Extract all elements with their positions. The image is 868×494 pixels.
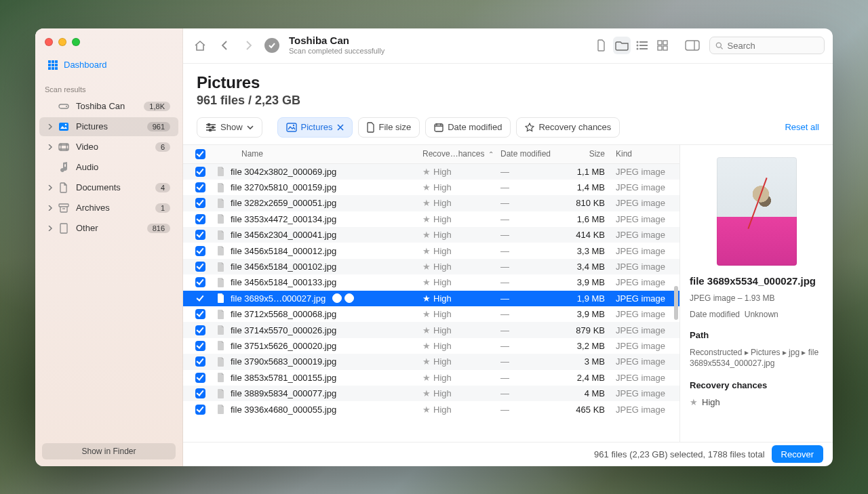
sidebar-item-label: Pictures — [76, 121, 108, 131]
toggle-inspector-button[interactable] — [682, 37, 703, 54]
reset-filters-link[interactable]: Reset all — [785, 122, 819, 132]
row-checkbox[interactable] — [190, 246, 210, 256]
filter-pictures[interactable]: Pictures — [277, 117, 353, 138]
row-name: file 3353x4472_000134.jpg — [210, 213, 417, 224]
filter-date-modified[interactable]: Date modified — [425, 117, 511, 138]
row-checkbox[interactable] — [190, 309, 210, 319]
svg-rect-15 — [60, 224, 67, 233]
sidebar-item-label: Other — [76, 223, 98, 233]
row-recovery: ★High — [417, 405, 495, 415]
zoom-window-button[interactable] — [72, 38, 80, 46]
row-checkbox[interactable] — [190, 167, 210, 177]
sidebar-item-audio[interactable]: Audio — [39, 158, 178, 177]
col-kind[interactable]: Kind — [610, 149, 679, 159]
table-row[interactable]: file 3456x2304_000041.jpg★High—414 KBJPE… — [183, 227, 679, 243]
row-kind: JPEG image — [610, 277, 679, 287]
filter-file-size-label: File size — [379, 122, 412, 132]
file-icon — [216, 340, 226, 351]
view-list-icon[interactable] — [633, 37, 651, 54]
row-name: file 3712x5568_000068.jpg — [210, 309, 417, 320]
row-name: file 3689x5…000027.jpg — [210, 293, 417, 304]
back-button[interactable] — [216, 37, 233, 54]
svg-rect-26 — [686, 41, 699, 50]
row-recovery: ★High — [417, 262, 495, 272]
close-window-button[interactable] — [45, 38, 53, 46]
row-checkbox[interactable] — [190, 325, 210, 335]
sidebar-item-archives[interactable]: Archives 1 — [39, 199, 178, 218]
col-name[interactable]: Name — [210, 149, 417, 159]
home-button[interactable] — [191, 37, 209, 54]
sidebar-item-badge: 1 — [155, 203, 170, 213]
sidebar-item-pictures[interactable]: Pictures 961 — [39, 117, 178, 136]
row-checkbox[interactable] — [190, 388, 210, 398]
row-checkbox[interactable] — [190, 262, 210, 272]
show-in-finder-button[interactable]: Show in Finder — [42, 443, 176, 459]
filter-recovery[interactable]: Recovery chances — [516, 117, 620, 138]
sidebar-item-drive[interactable]: Toshiba Can 1,8K — [39, 97, 178, 116]
col-size[interactable]: Size — [563, 149, 610, 159]
search-field[interactable] — [709, 37, 825, 54]
row-checkbox[interactable] — [190, 405, 210, 415]
table-row[interactable]: file 3353x4472_000134.jpg★High—1,6 MBJPE… — [183, 211, 679, 227]
star-icon: ★ — [422, 373, 431, 383]
row-checkbox[interactable] — [190, 341, 210, 351]
select-all-checkbox[interactable] — [190, 149, 210, 159]
recover-button[interactable]: Recover — [772, 445, 823, 463]
svg-rect-33 — [435, 124, 443, 131]
row-checkbox[interactable] — [190, 356, 210, 367]
table-row[interactable]: file 3751x5626_000020.jpg★High—3,2 MBJPE… — [183, 338, 679, 354]
view-folder-icon[interactable] — [613, 37, 631, 54]
row-checkbox[interactable] — [190, 198, 210, 208]
forward-button[interactable] — [240, 37, 258, 54]
search-input[interactable] — [728, 41, 819, 51]
sidebar-item-video[interactable]: Video 6 — [39, 138, 178, 157]
table-row[interactable]: file 3282x2659_000051.jpg★High—810 KBJPE… — [183, 195, 679, 211]
svg-point-12 — [65, 123, 67, 125]
file-name-text: file 3889x5834_000077.jpg — [231, 388, 336, 398]
table-row[interactable]: file 3456x5184_000102.jpg★High—3,4 MBJPE… — [183, 259, 679, 274]
row-checkbox[interactable] — [190, 373, 210, 383]
svg-rect-22 — [658, 41, 662, 45]
view-file-icon[interactable] — [593, 37, 610, 54]
clear-filter-icon[interactable] — [337, 124, 344, 131]
drive-icon — [58, 101, 69, 112]
table-row[interactable]: file 3712x5568_000068.jpg★High—3,9 MBJPE… — [183, 306, 679, 322]
row-checkbox[interactable] — [190, 293, 210, 304]
minimize-window-button[interactable] — [58, 38, 66, 46]
table-row[interactable]: file 3790x5683_000019.jpg★High—3 MBJPEG … — [183, 354, 679, 369]
row-checkbox[interactable] — [190, 182, 210, 192]
file-icon — [216, 356, 226, 367]
table-row[interactable]: file 3889x5834_000077.jpg★High—4 MBJPEG … — [183, 386, 679, 401]
view-grid-icon[interactable] — [654, 37, 671, 54]
row-date: — — [495, 405, 563, 415]
table-row[interactable]: file 3689x5…000027.jpg ★High—1,9 MBJPEG … — [183, 291, 679, 306]
row-checkbox[interactable] — [190, 214, 210, 224]
toolbar: Toshiba Can Scan completed successfully — [183, 28, 833, 64]
row-recovery: ★High — [417, 182, 495, 192]
table-row[interactable]: file 3456x5184_000012.jpg★High—3,3 MBJPE… — [183, 243, 679, 258]
file-name-text: file 3282x2659_000051.jpg — [231, 198, 336, 208]
sidebar-item-other[interactable]: Other 816 — [39, 219, 178, 238]
file-icon — [216, 325, 226, 335]
inspector-title: file 3689x5534_000027.jpg — [690, 275, 823, 287]
col-date[interactable]: Date modified — [495, 149, 563, 159]
star-icon: ★ — [422, 198, 431, 208]
svg-rect-23 — [663, 41, 667, 45]
star-icon: ★ — [422, 325, 431, 335]
table-row[interactable]: file 3936x4680_000055.jpg★High—465 KBJPE… — [183, 401, 679, 417]
table-row[interactable]: file 3853x5781_000155.jpg★High—2,4 MBJPE… — [183, 370, 679, 386]
table-row[interactable]: file 3270x5810_000159.jpg★High—1,4 MBJPE… — [183, 180, 679, 195]
dashboard-link[interactable]: Dashboard — [39, 54, 178, 76]
show-menu[interactable]: Show — [197, 117, 262, 138]
table-row[interactable]: file 3456x5184_000133.jpg★High—3,9 MBJPE… — [183, 274, 679, 290]
row-checkbox[interactable] — [190, 230, 210, 240]
table-row[interactable]: file 3714x5570_000026.jpg★High—879 KBJPE… — [183, 322, 679, 337]
sidebar: Dashboard Scan results Toshiba Can 1,8K … — [35, 28, 183, 466]
sidebar-item-documents[interactable]: Documents 4 — [39, 178, 178, 197]
scrollbar-thumb[interactable] — [674, 286, 678, 320]
row-kind: JPEG image — [610, 246, 679, 256]
row-checkbox[interactable] — [190, 277, 210, 287]
filter-file-size[interactable]: File size — [358, 117, 420, 138]
col-recovery[interactable]: Recove…hances⌃ — [417, 149, 495, 159]
table-row[interactable]: file 3042x3802_000069.jpg★High—1,1 MBJPE… — [183, 164, 679, 180]
